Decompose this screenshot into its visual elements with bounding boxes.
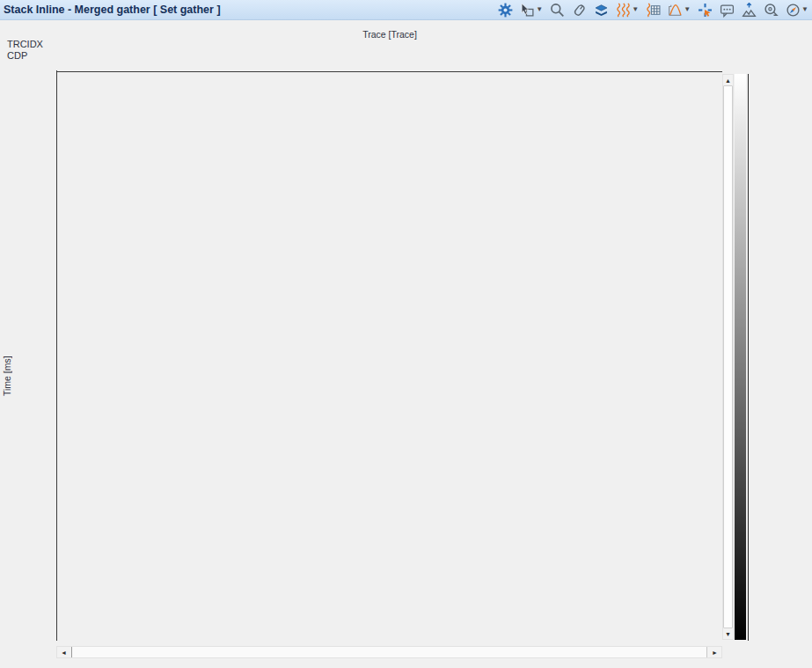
- chevron-down-icon[interactable]: ▼: [801, 6, 808, 13]
- export-image-icon: [742, 3, 757, 18]
- settings-button[interactable]: [496, 2, 515, 18]
- histogram-icon: [668, 3, 683, 18]
- time-axis-title: Time [ms]: [2, 315, 12, 396]
- wiggle-table-icon: [646, 3, 661, 18]
- wiggle-traces-icon: [616, 3, 631, 18]
- select-cursor-icon: [520, 3, 535, 18]
- chevron-down-icon[interactable]: ▼: [536, 6, 543, 13]
- scroll-left-button[interactable]: ◄: [57, 647, 70, 657]
- trcidx-tick-values: [57, 39, 722, 49]
- annotation-button[interactable]: [718, 2, 736, 18]
- gear-icon: [498, 3, 513, 18]
- selection-mode-button[interactable]: ▼: [518, 2, 545, 18]
- histogram-button[interactable]: ▼: [666, 2, 692, 18]
- seismic-section[interactable]: [57, 74, 722, 640]
- scroll-down-button[interactable]: ▼: [723, 628, 733, 639]
- chevron-down-icon[interactable]: ▼: [684, 6, 691, 13]
- horizontal-scrollbar-thumb[interactable]: [71, 647, 707, 657]
- pointer-tracking-button[interactable]: [696, 2, 714, 18]
- scroll-right-button[interactable]: ►: [708, 647, 721, 657]
- cdp-tick-values: [57, 50, 722, 61]
- orientation-button[interactable]: ▼: [784, 2, 810, 18]
- scroll-up-button[interactable]: ▲: [723, 75, 733, 85]
- zoom-button[interactable]: [548, 2, 567, 18]
- panel-title: Stack Inline - Merged gather [ Set gathe…: [0, 4, 221, 16]
- colorbar-labels: [758, 74, 811, 641]
- export-image-button[interactable]: [740, 2, 758, 18]
- layers-icon: [594, 3, 609, 18]
- wiggle-table-button[interactable]: [644, 2, 662, 18]
- wiggle-display-button[interactable]: ▼: [614, 2, 640, 18]
- measure-icon: [764, 3, 779, 18]
- mouse-control-button[interactable]: [570, 2, 589, 18]
- toolbar: ▼ ▼: [496, 0, 810, 19]
- magnifier-icon: [550, 3, 565, 18]
- measure-button[interactable]: [762, 2, 780, 18]
- colorbar-ticks: [748, 74, 757, 641]
- trcidx-row-label: TRCIDX: [7, 39, 43, 49]
- horizontal-scrollbar[interactable]: ◄ ►: [56, 646, 722, 658]
- vertical-scrollbar[interactable]: ▲ ▼: [722, 74, 734, 640]
- trace-axis-ticks: [57, 62, 722, 72]
- cdp-row-label: CDP: [7, 50, 27, 61]
- compass-icon: [786, 3, 801, 18]
- chevron-down-icon[interactable]: ▼: [632, 6, 639, 13]
- vertical-scrollbar-thumb[interactable]: [723, 85, 733, 628]
- crosshair-pointer-icon: [698, 3, 713, 18]
- amplitude-colorbar: [735, 74, 746, 640]
- mouse-icon: [572, 3, 587, 18]
- comment-icon: [720, 3, 735, 18]
- layers-button[interactable]: [592, 2, 611, 18]
